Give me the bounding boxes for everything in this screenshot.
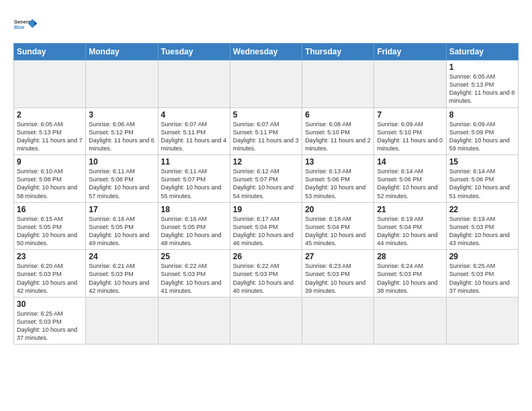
weekday-sunday: Sunday: [14, 44, 86, 60]
day-cell: 10Sunrise: 6:11 AM Sunset: 5:08 PM Dayli…: [86, 155, 158, 203]
svg-text:Blue: Blue: [14, 24, 25, 30]
day-info: Sunrise: 6:22 AM Sunset: 5:03 PM Dayligh…: [233, 262, 299, 295]
day-number: 4: [161, 110, 227, 120]
weekday-header-row: SundayMondayTuesdayWednesdayThursdayFrid…: [14, 44, 519, 60]
day-number: 5: [233, 110, 299, 120]
day-info: Sunrise: 6:12 AM Sunset: 5:07 PM Dayligh…: [233, 167, 299, 200]
day-number: 12: [233, 157, 299, 167]
page: GeneralBlue SundayMondayTuesdayWednesday…: [0, 0, 532, 411]
day-info: Sunrise: 6:16 AM Sunset: 5:05 PM Dayligh…: [161, 215, 227, 248]
day-cell: 17Sunrise: 6:16 AM Sunset: 5:05 PM Dayli…: [86, 202, 158, 250]
day-cell: 5Sunrise: 6:07 AM Sunset: 5:11 PM Daylig…: [230, 107, 302, 155]
weekday-wednesday: Wednesday: [230, 44, 302, 60]
day-number: 17: [89, 205, 154, 214]
day-cell: 27Sunrise: 6:23 AM Sunset: 5:03 PM Dayli…: [302, 250, 374, 298]
week-row-3: 16Sunrise: 6:15 AM Sunset: 5:05 PM Dayli…: [14, 202, 519, 250]
day-number: 20: [305, 205, 371, 214]
day-info: Sunrise: 6:22 AM Sunset: 5:03 PM Dayligh…: [161, 262, 227, 295]
day-cell: 7Sunrise: 6:09 AM Sunset: 5:10 PM Daylig…: [374, 107, 446, 155]
week-row-4: 23Sunrise: 6:20 AM Sunset: 5:03 PM Dayli…: [14, 250, 519, 298]
day-number: 25: [161, 252, 227, 261]
svg-marker-3: [34, 21, 37, 26]
day-cell: 11Sunrise: 6:11 AM Sunset: 5:07 PM Dayli…: [158, 155, 230, 203]
day-info: Sunrise: 6:16 AM Sunset: 5:05 PM Dayligh…: [89, 215, 154, 248]
day-info: Sunrise: 6:05 AM Sunset: 5:13 PM Dayligh…: [17, 120, 83, 153]
day-number: 26: [233, 252, 299, 261]
day-info: Sunrise: 6:11 AM Sunset: 5:07 PM Dayligh…: [161, 167, 227, 200]
day-info: Sunrise: 6:07 AM Sunset: 5:11 PM Dayligh…: [233, 120, 299, 153]
day-info: Sunrise: 6:18 AM Sunset: 5:04 PM Dayligh…: [305, 215, 371, 248]
day-cell: [446, 297, 518, 345]
day-cell: [86, 60, 158, 108]
header: GeneralBlue: [13, 12, 519, 36]
calendar: SundayMondayTuesdayWednesdayThursdayFrid…: [13, 43, 519, 345]
day-cell: [158, 297, 230, 345]
day-cell: 16Sunrise: 6:15 AM Sunset: 5:05 PM Dayli…: [14, 202, 86, 250]
day-cell: 26Sunrise: 6:22 AM Sunset: 5:03 PM Dayli…: [230, 250, 302, 298]
day-cell: 3Sunrise: 6:06 AM Sunset: 5:12 PM Daylig…: [86, 107, 158, 155]
day-info: Sunrise: 6:10 AM Sunset: 5:08 PM Dayligh…: [17, 167, 83, 200]
day-info: Sunrise: 6:09 AM Sunset: 5:09 PM Dayligh…: [449, 120, 515, 153]
day-number: 9: [17, 157, 83, 167]
day-cell: [374, 297, 446, 345]
day-number: 29: [449, 252, 515, 261]
day-cell: 12Sunrise: 6:12 AM Sunset: 5:07 PM Dayli…: [230, 155, 302, 203]
day-cell: [86, 297, 158, 345]
day-info: Sunrise: 6:14 AM Sunset: 5:06 PM Dayligh…: [377, 167, 443, 200]
day-number: 22: [449, 205, 515, 214]
weekday-monday: Monday: [86, 44, 158, 60]
day-cell: [230, 297, 302, 345]
day-info: Sunrise: 6:07 AM Sunset: 5:11 PM Dayligh…: [161, 120, 227, 153]
day-number: 19: [233, 205, 299, 214]
day-cell: [374, 60, 446, 108]
day-number: 6: [305, 110, 371, 120]
day-info: Sunrise: 6:23 AM Sunset: 5:03 PM Dayligh…: [305, 262, 371, 295]
day-number: 18: [161, 205, 227, 214]
day-number: 30: [17, 300, 83, 309]
day-number: 11: [161, 157, 227, 167]
day-cell: 20Sunrise: 6:18 AM Sunset: 5:04 PM Dayli…: [302, 202, 374, 250]
day-info: Sunrise: 6:15 AM Sunset: 5:05 PM Dayligh…: [17, 215, 83, 248]
day-info: Sunrise: 6:14 AM Sunset: 5:06 PM Dayligh…: [449, 167, 515, 200]
weekday-friday: Friday: [374, 44, 446, 60]
day-cell: [158, 60, 230, 108]
day-cell: 24Sunrise: 6:21 AM Sunset: 5:03 PM Dayli…: [86, 250, 158, 298]
day-info: Sunrise: 6:06 AM Sunset: 5:12 PM Dayligh…: [89, 120, 154, 153]
week-row-1: 2Sunrise: 6:05 AM Sunset: 5:13 PM Daylig…: [14, 107, 519, 155]
day-cell: 15Sunrise: 6:14 AM Sunset: 5:06 PM Dayli…: [446, 155, 518, 203]
day-cell: [302, 60, 374, 108]
day-number: 8: [449, 110, 515, 120]
day-number: 27: [305, 252, 371, 261]
weekday-saturday: Saturday: [446, 44, 518, 60]
day-cell: 28Sunrise: 6:24 AM Sunset: 5:03 PM Dayli…: [374, 250, 446, 298]
day-info: Sunrise: 6:25 AM Sunset: 5:03 PM Dayligh…: [449, 262, 515, 295]
day-number: 1: [449, 62, 515, 72]
day-cell: 8Sunrise: 6:09 AM Sunset: 5:09 PM Daylig…: [446, 107, 518, 155]
day-info: Sunrise: 6:24 AM Sunset: 5:03 PM Dayligh…: [377, 262, 443, 295]
day-number: 16: [17, 205, 83, 214]
day-info: Sunrise: 6:13 AM Sunset: 5:06 PM Dayligh…: [305, 167, 371, 200]
day-cell: 19Sunrise: 6:17 AM Sunset: 5:04 PM Dayli…: [230, 202, 302, 250]
week-row-5: 30Sunrise: 6:25 AM Sunset: 5:03 PM Dayli…: [14, 297, 519, 345]
day-cell: 18Sunrise: 6:16 AM Sunset: 5:05 PM Dayli…: [158, 202, 230, 250]
day-number: 23: [17, 252, 83, 261]
day-cell: 29Sunrise: 6:25 AM Sunset: 5:03 PM Dayli…: [446, 250, 518, 298]
day-cell: 25Sunrise: 6:22 AM Sunset: 5:03 PM Dayli…: [158, 250, 230, 298]
day-number: 14: [377, 157, 443, 167]
day-info: Sunrise: 6:19 AM Sunset: 5:04 PM Dayligh…: [377, 215, 443, 248]
day-info: Sunrise: 6:20 AM Sunset: 5:03 PM Dayligh…: [17, 262, 83, 295]
logo-icon: GeneralBlue: [13, 12, 38, 36]
day-cell: 13Sunrise: 6:13 AM Sunset: 5:06 PM Dayli…: [302, 155, 374, 203]
day-cell: 30Sunrise: 6:25 AM Sunset: 5:03 PM Dayli…: [14, 297, 86, 345]
day-cell: [14, 60, 86, 108]
day-cell: 22Sunrise: 6:19 AM Sunset: 5:03 PM Dayli…: [446, 202, 518, 250]
day-number: 21: [377, 205, 443, 214]
day-cell: 4Sunrise: 6:07 AM Sunset: 5:11 PM Daylig…: [158, 107, 230, 155]
weekday-thursday: Thursday: [302, 44, 374, 60]
day-info: Sunrise: 6:05 AM Sunset: 5:13 PM Dayligh…: [449, 73, 515, 105]
day-info: Sunrise: 6:21 AM Sunset: 5:03 PM Dayligh…: [89, 262, 154, 295]
week-row-2: 9Sunrise: 6:10 AM Sunset: 5:08 PM Daylig…: [14, 155, 519, 203]
day-cell: 14Sunrise: 6:14 AM Sunset: 5:06 PM Dayli…: [374, 155, 446, 203]
day-number: 7: [377, 110, 443, 120]
day-number: 24: [89, 252, 154, 261]
